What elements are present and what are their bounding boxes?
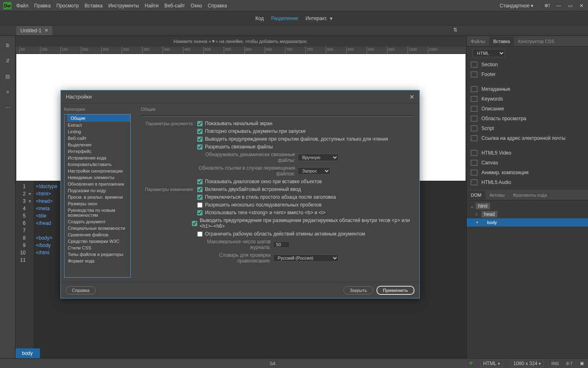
menu-site[interactable]: Веб-сайт xyxy=(165,3,185,9)
chk-strong-em[interactable] xyxy=(197,210,203,215)
category-item[interactable]: Выделение xyxy=(65,141,130,148)
chk-multi-spaces[interactable] xyxy=(197,202,203,208)
category-item[interactable]: Копировать/вставить xyxy=(65,161,130,168)
chk-show-dlg-insert[interactable] xyxy=(197,179,203,184)
category-list[interactable]: ОбщиеExtractLintingВеб-сайтВыделениеИнте… xyxy=(64,114,131,278)
arrows-icon[interactable]: ⇵ xyxy=(4,57,11,65)
breadcrumb-body[interactable]: body xyxy=(19,350,36,357)
tab-insert[interactable]: Вставка xyxy=(489,37,514,46)
more-icon[interactable]: ⋯ xyxy=(4,104,11,111)
category-item[interactable]: Сравнение файлов xyxy=(65,231,130,238)
category-item[interactable]: Обновления в приложении xyxy=(65,181,130,187)
category-item[interactable]: Создать документ xyxy=(65,218,130,225)
dom-node-head[interactable]: head xyxy=(481,211,497,218)
category-item[interactable]: Extract xyxy=(65,122,130,128)
workspace-switcher[interactable]: Стандартное ▾ xyxy=(500,3,533,9)
gear-alert-icon[interactable]: ✲! xyxy=(544,2,550,9)
category-item[interactable]: Исправление кода xyxy=(65,155,130,161)
menu-window[interactable]: Окно xyxy=(191,3,202,9)
chk-warn-readonly[interactable] xyxy=(197,137,203,142)
category-item[interactable]: Интерфейс xyxy=(65,148,130,155)
tab-snippets[interactable]: Фрагменты кода xyxy=(509,191,551,200)
menu-edit[interactable]: Правка xyxy=(34,3,51,9)
category-item[interactable]: Веб-сайт xyxy=(65,135,130,141)
ruler[interactable]: 5010015020025030035040045050055060065070… xyxy=(16,47,466,54)
chk-switch-para[interactable] xyxy=(197,195,203,200)
category-item[interactable]: Общие xyxy=(67,114,130,122)
insert-item[interactable]: HTML5 Video xyxy=(467,148,588,158)
menu-file[interactable]: Файл xyxy=(16,3,29,9)
category-item[interactable]: Невидимые элементы xyxy=(65,174,130,181)
insert-item[interactable]: Footer xyxy=(467,70,588,79)
apply-button[interactable]: Применить xyxy=(376,286,414,295)
insert-item[interactable]: Описание xyxy=(467,104,588,114)
insert-item[interactable]: Ссылка на адрес электронной почты xyxy=(467,133,588,143)
category-item[interactable]: Стили CSS xyxy=(65,245,130,251)
tab-assets[interactable]: Активы xyxy=(486,191,509,200)
menu-tools[interactable]: Инструменты xyxy=(108,3,139,9)
menu-insert[interactable]: Вставка xyxy=(85,3,103,9)
menu-find[interactable]: Найти xyxy=(145,3,158,9)
insert-item[interactable]: Keywords xyxy=(467,94,588,104)
sync-ok-icon[interactable]: ⟳ xyxy=(469,361,473,366)
menu-view[interactable]: Просмотр xyxy=(56,3,79,9)
insert-item[interactable]: Аними­р. композиция xyxy=(467,168,588,177)
category-item[interactable]: Размеры окон xyxy=(65,200,130,207)
category-item[interactable]: Типы файлов и редакторы xyxy=(65,251,130,258)
close-button[interactable]: Закрыть xyxy=(343,286,373,294)
insert-item[interactable]: HTML5 Audio xyxy=(467,177,588,187)
sel-upd-links[interactable]: Запрос xyxy=(298,167,330,175)
close-tab-icon[interactable]: ✕ xyxy=(45,28,48,33)
chk-dbcs[interactable] xyxy=(197,187,203,192)
status-preview-icon[interactable]: ▣ xyxy=(580,361,584,366)
chk-allow-related[interactable] xyxy=(197,144,203,150)
view-live[interactable]: Интеракт. ▾ xyxy=(305,16,332,21)
insert-item[interactable]: Script xyxy=(467,123,588,133)
tab-css-designer[interactable]: Конструктор CSS xyxy=(514,37,558,46)
chk-show-start[interactable] xyxy=(197,121,203,126)
category-item[interactable]: Подсказки по коду xyxy=(65,187,130,194)
category-item[interactable]: Средство проверки W3C xyxy=(65,238,130,245)
minimize-icon[interactable]: — xyxy=(555,2,562,9)
flip-layout-icon[interactable]: ⇅ xyxy=(453,27,457,33)
maximize-icon[interactable]: ▭ xyxy=(567,2,573,9)
align-icon[interactable]: ≡ xyxy=(4,88,11,96)
category-item[interactable]: Linting xyxy=(65,128,130,135)
status-ins[interactable]: INS xyxy=(551,361,559,366)
insert-item[interactable]: Section xyxy=(467,60,588,70)
add-node-icon[interactable]: + xyxy=(476,220,479,225)
menu-help[interactable]: Справка xyxy=(208,3,227,9)
status-dimensions[interactable]: 1080 x 324 ▾ xyxy=(510,360,544,367)
view-code[interactable]: Код xyxy=(256,16,264,21)
expand-icon[interactable]: › xyxy=(476,211,480,217)
category-item[interactable]: Руководства по новым возможностям xyxy=(65,207,130,218)
document-tab[interactable]: Untitled-1 ✕ xyxy=(16,26,52,35)
insert-item[interactable]: Область просмотра xyxy=(467,114,588,123)
inspect-icon[interactable]: ▤ xyxy=(4,73,11,80)
category-item[interactable]: Специальные возможности xyxy=(65,225,130,231)
tag-breadcrumb[interactable]: body xyxy=(16,348,40,358)
expand-icon[interactable]: ⌄ xyxy=(470,203,474,209)
tab-files[interactable]: Файлы xyxy=(467,37,489,46)
chk-limit-undo[interactable] xyxy=(197,231,203,237)
dom-node-body[interactable]: body xyxy=(484,219,500,226)
insert-category-select[interactable]: HTML xyxy=(472,49,505,57)
close-dialog-icon[interactable]: ✕ xyxy=(410,94,414,100)
status-language[interactable]: HTML ▾ xyxy=(480,360,503,367)
chk-reopen[interactable] xyxy=(197,129,203,134)
category-item[interactable]: Формат кода xyxy=(65,258,130,264)
sel-dyn-files[interactable]: Вручную xyxy=(298,154,339,161)
sel-dict[interactable]: Русский (Россия) xyxy=(273,254,339,262)
category-item[interactable]: Настройки синхронизации xyxy=(65,168,130,174)
insert-item[interactable]: Метаданные xyxy=(467,84,588,94)
tab-dom[interactable]: DOM xyxy=(467,191,486,200)
help-button[interactable]: Справка xyxy=(66,286,96,294)
category-item[interactable]: Просм. в реальн. времени xyxy=(65,194,130,200)
insert-item[interactable]: Canvas xyxy=(467,158,588,168)
view-split[interactable]: Разделение xyxy=(271,16,298,21)
chk-warn-edit-region[interactable] xyxy=(192,221,197,226)
inp-max-undo[interactable] xyxy=(273,241,290,248)
dom-node-html[interactable]: html xyxy=(476,203,490,209)
file-icon[interactable]: 🗎 xyxy=(4,42,11,49)
close-window-icon[interactable]: ✕ xyxy=(578,2,585,9)
